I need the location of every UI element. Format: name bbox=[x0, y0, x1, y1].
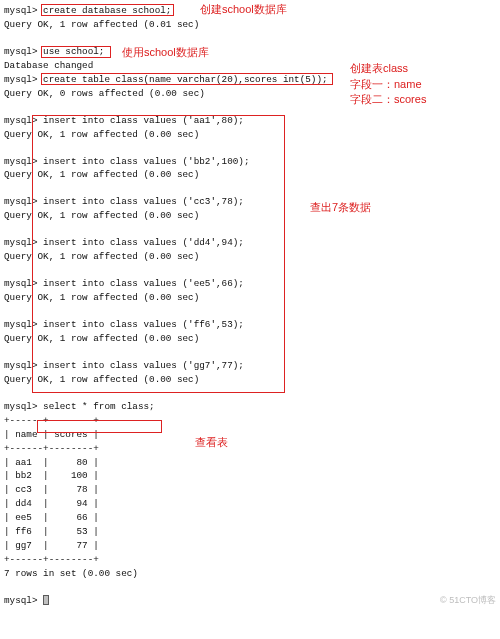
terminal-line: Query OK, 1 row affected (0.00 sec) bbox=[4, 332, 496, 346]
annotation-create-tbl: 创建表class bbox=[350, 61, 408, 76]
annotation-field-scores: 字段二：scores bbox=[350, 92, 426, 107]
terminal-line: Query OK, 1 row affected (0.00 sec) bbox=[4, 373, 496, 387]
annotation-insert-rows: 查出7条数据 bbox=[310, 200, 371, 215]
terminal-line: mysql> use school; bbox=[4, 45, 496, 59]
terminal-line: mysql> insert into class values ('aa1',8… bbox=[4, 114, 496, 128]
terminal-line: mysql> insert into class values ('bb2',1… bbox=[4, 155, 496, 169]
terminal-line: mysql> insert into class values ('gg7',7… bbox=[4, 359, 496, 373]
terminal-line: | ff6 | 53 | bbox=[4, 525, 496, 539]
terminal-line: mysql> select * from class; bbox=[4, 400, 496, 414]
terminal-line: | cc3 | 78 | bbox=[4, 483, 496, 497]
cursor bbox=[43, 595, 49, 605]
terminal-line: Query OK, 1 row affected (0.00 sec) bbox=[4, 168, 496, 182]
terminal-line: mysql> insert into class values ('ee5',6… bbox=[4, 277, 496, 291]
terminal-line: Query OK, 1 row affected (0.00 sec) bbox=[4, 291, 496, 305]
terminal-line: mysql> create table class(name varchar(2… bbox=[4, 73, 496, 87]
terminal-line: mysql> insert into class values ('ff6',5… bbox=[4, 318, 496, 332]
terminal-line: Query OK, 1 row affected (0.00 sec) bbox=[4, 128, 496, 142]
terminal-line: +------+--------+ bbox=[4, 442, 496, 456]
terminal-line: | bb2 | 100 | bbox=[4, 469, 496, 483]
terminal-prompt[interactable]: mysql> bbox=[4, 594, 496, 608]
terminal-line: 7 rows in set (0.00 sec) bbox=[4, 567, 496, 581]
terminal-line: +------+--------+ bbox=[4, 553, 496, 567]
terminal-line: Query OK, 1 row affected (0.00 sec) bbox=[4, 250, 496, 264]
terminal-line: | ee5 | 66 | bbox=[4, 511, 496, 525]
terminal-line: Database changed bbox=[4, 59, 496, 73]
terminal-line: +------+--------+ bbox=[4, 414, 496, 428]
annotation-use-db: 使用school数据库 bbox=[122, 45, 209, 60]
terminal-line: Query OK, 1 row affected (0.00 sec) bbox=[4, 209, 496, 223]
terminal-line: mysql> insert into class values ('cc3',7… bbox=[4, 195, 496, 209]
terminal-line: | gg7 | 77 | bbox=[4, 539, 496, 553]
terminal-line: | name | scores | bbox=[4, 428, 496, 442]
annotation-select: 查看表 bbox=[195, 435, 228, 450]
terminal-line: mysql> insert into class values ('dd4',9… bbox=[4, 236, 496, 250]
annotation-field-name: 字段一：name bbox=[350, 77, 422, 92]
terminal-line: | dd4 | 94 | bbox=[4, 497, 496, 511]
watermark: © 51CTO博客 bbox=[440, 594, 496, 608]
terminal-line: Query OK, 1 row affected (0.01 sec) bbox=[4, 18, 496, 32]
annotation-create-db: 创建school数据库 bbox=[200, 2, 287, 17]
terminal-line: | aa1 | 80 | bbox=[4, 456, 496, 470]
